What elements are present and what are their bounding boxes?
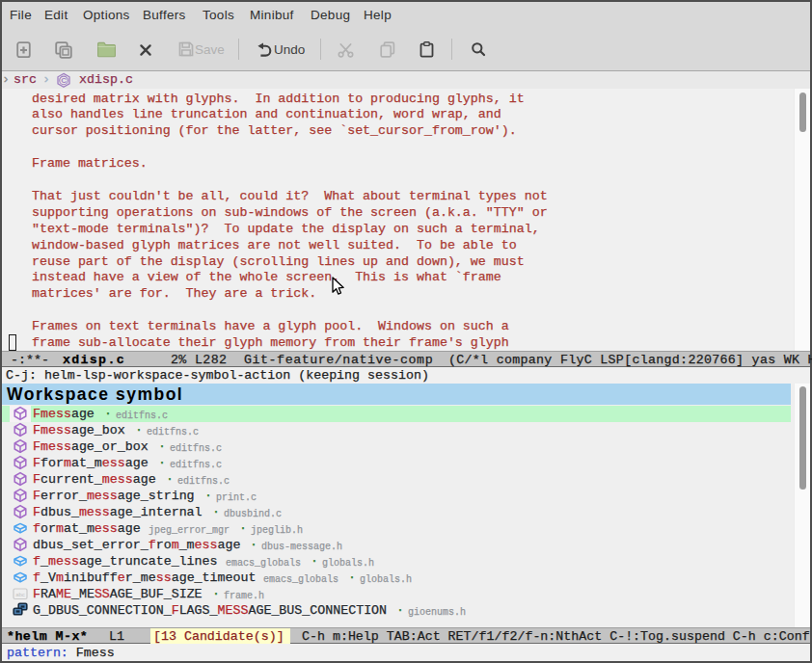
svg-text:abc: abc	[15, 592, 25, 597]
svg-text:C: C	[61, 76, 67, 85]
